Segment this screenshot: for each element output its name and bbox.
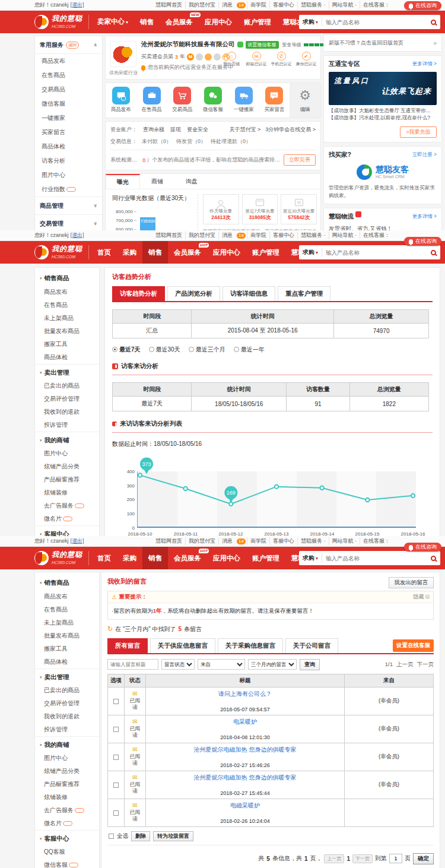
- tab-visitor-detail[interactable]: 访客详细信息: [223, 286, 275, 301]
- topbar-link-pay[interactable]: 我的慧付宝: [185, 232, 218, 239]
- sidebar-item-visitor[interactable]: 访客分析: [35, 154, 102, 168]
- topbar-link-service[interactable]: 客服中心: [269, 1, 297, 9]
- sidebar-item[interactable]: 炫铺装修: [35, 486, 99, 499]
- message-title-link[interactable]: 沧州爱妮尔电磁加热 您身边的供暖专家: [147, 746, 343, 754]
- topbar-link-hcservice[interactable]: 慧聪服务 ·: [297, 537, 329, 545]
- sidebar-item-trade[interactable]: 交易商品: [35, 83, 102, 97]
- sidebar-group-trades[interactable]: 交易管理: [35, 214, 102, 230]
- brand-logo[interactable]: 我的慧聪HC360.COM: [34, 551, 89, 565]
- hide-notice-link[interactable]: 隐藏: [413, 593, 430, 601]
- sidebar-item[interactable]: 图片中心: [35, 752, 99, 765]
- nav-sales[interactable]: 销售: [134, 11, 160, 33]
- sidebar-item-pictures[interactable]: 图片中心: [35, 168, 102, 182]
- sidebar-item-wechat[interactable]: 微信客服: [35, 859, 99, 868]
- message-count-badge[interactable]: 14: [237, 2, 246, 8]
- row-checkbox[interactable]: [113, 699, 119, 704]
- old-version-card[interactable]: 新版不习惯？点击返回旧版首页 »: [323, 34, 442, 52]
- setup-wechat-button[interactable]: 设置微信客服: [246, 41, 279, 49]
- brand-logo[interactable]: 我的慧聪HC360.COM: [34, 15, 89, 29]
- tab-shop[interactable]: 商铺: [140, 174, 174, 189]
- tab-company-messages[interactable]: 关于公司留言: [285, 638, 338, 653]
- sidebar-item[interactable]: 产品橱窗推荐: [35, 473, 99, 486]
- online-chat-button[interactable]: 在线咨询: [404, 1, 441, 10]
- sidebar-item[interactable]: 未上架商品: [35, 312, 99, 325]
- message-title-input[interactable]: [107, 659, 158, 670]
- sidebar-item[interactable]: 未上架商品: [35, 616, 99, 629]
- sidebar-item[interactable]: 炫铺装修: [35, 791, 99, 804]
- topbar-link-school[interactable]: 商学院: [247, 537, 269, 545]
- sidebar-item[interactable]: 投诉管理: [35, 723, 99, 736]
- sidebar-item[interactable]: 搬家工具: [35, 338, 99, 351]
- row-checkbox[interactable]: [113, 810, 119, 816]
- sidebar-item[interactable]: 去广告服务: [35, 804, 99, 817]
- tab-all-messages[interactable]: 所有留言: [107, 638, 148, 653]
- topbar-link-messages[interactable]: 消息: [218, 1, 236, 9]
- tab-purchase-messages[interactable]: 关于采购信息留言: [218, 638, 283, 653]
- topbar-link-pay[interactable]: 我的慧付宝: [185, 537, 218, 545]
- sent-messages-button[interactable]: 我发出的留言: [389, 577, 434, 588]
- tab-product-views[interactable]: 产品浏览分析: [167, 286, 220, 301]
- radio-lastyear[interactable]: 最近一年: [234, 346, 265, 354]
- nav-apps[interactable]: 应用中心: [207, 547, 246, 569]
- search-category-select[interactable]: 求购: [299, 248, 322, 257]
- tab-exposure[interactable]: 曝光: [106, 174, 140, 189]
- register-link[interactable]: 立即注册 >: [412, 151, 437, 159]
- search-input[interactable]: [322, 555, 426, 562]
- check-balance-link[interactable]: 查询余额: [143, 126, 164, 134]
- sidebar-item-publish[interactable]: 商品发布: [35, 54, 102, 68]
- topbar-link-messages[interactable]: 消息: [218, 537, 236, 545]
- search-button[interactable]: [426, 250, 440, 255]
- quick-onsale[interactable]: 在售商品: [136, 83, 167, 118]
- fix-now-button[interactable]: 立即完善: [284, 154, 316, 166]
- search-button[interactable]: [426, 556, 440, 561]
- sidebar-group-sold[interactable]: 卖出管理: [35, 364, 99, 379]
- delete-button[interactable]: 删除: [131, 831, 150, 841]
- more-link[interactable]: 更多详情 >: [412, 213, 437, 220]
- search-category-select[interactable]: 求购: [299, 17, 322, 27]
- nav-apps[interactable]: 应用中心: [207, 241, 246, 264]
- message-count-badge[interactable]: 14: [237, 538, 246, 544]
- nav-home[interactable]: 首页: [91, 547, 117, 569]
- sidebar-item[interactable]: 图片中心: [35, 447, 99, 460]
- collapse-up-icon[interactable]: [94, 42, 98, 47]
- search-input[interactable]: [322, 249, 426, 256]
- nav-sales[interactable]: 销售: [142, 241, 168, 264]
- sidebar-item[interactable]: 炫铺产品分类: [35, 460, 99, 473]
- sidebar-item[interactable]: 投诉管理: [35, 419, 99, 432]
- sidebar-item[interactable]: 微名片: [35, 512, 99, 525]
- quick-wechat[interactable]: 微信客服: [198, 83, 228, 118]
- quick-buyer-msg[interactable]: 买家留言: [259, 83, 290, 118]
- sidebar-item[interactable]: 在售商品: [35, 603, 99, 616]
- sidebar-item[interactable]: 批量发布商品: [35, 325, 99, 338]
- logout-link[interactable]: [退出]: [71, 537, 84, 545]
- nav-purchase[interactable]: 采购: [117, 547, 142, 569]
- learn-trade-link[interactable]: 3分钟学会在线交易 >: [265, 126, 316, 134]
- topbar-link-pay[interactable]: 我的慧付宝: [185, 1, 218, 9]
- sidebar-group-shop[interactable]: 我的商铺: [35, 432, 99, 447]
- identity-verified[interactable]: 身份已认证: [294, 52, 318, 67]
- story-link[interactable]: 【成功故事】污水处理,以前靠挖,现在靠什么?: [329, 115, 430, 121]
- radio-last3months[interactable]: 最近三个月: [189, 346, 225, 354]
- sidebar-header[interactable]: 常用服务 编辑: [35, 36, 102, 54]
- nav-membership[interactable]: 会员服务NEW: [160, 11, 199, 33]
- topbar-link-hcservice[interactable]: 慧聪服务 ·: [297, 1, 329, 9]
- topbar-link-sitemap[interactable]: 网站导航 ·: [329, 537, 360, 545]
- about-huifubao-link[interactable]: 关于慧付宝 >: [229, 126, 260, 134]
- from-select[interactable]: 来自: [198, 659, 245, 670]
- radio-last30days[interactable]: 最近30天: [149, 346, 180, 354]
- topbar-link-hcservice[interactable]: 慧聪服务 ·: [297, 232, 329, 239]
- more-link[interactable]: 更多详情 >: [412, 61, 437, 68]
- sidebar-item[interactable]: 批量发布商品: [35, 629, 99, 642]
- nav-purchase[interactable]: 采购: [117, 241, 142, 264]
- goto-page-input[interactable]: [389, 854, 402, 863]
- search-button[interactable]: [426, 20, 440, 25]
- topbar-link-sitemap[interactable]: 网站导航 ·: [329, 232, 360, 239]
- row-checkbox[interactable]: [113, 755, 119, 760]
- topbar-link-home[interactable]: 慧聪网首页: [152, 1, 185, 9]
- sidebar-item[interactable]: 商品发布: [35, 590, 99, 603]
- topbar-link-home[interactable]: 慧聪网首页: [152, 232, 185, 239]
- nav-account[interactable]: 账户管理: [246, 547, 285, 569]
- message-count-badge[interactable]: 14: [237, 233, 246, 239]
- sidebar-item-onsale[interactable]: 在售商品: [35, 68, 102, 83]
- sidebar-item-wechat[interactable]: 微信客服: [35, 97, 102, 111]
